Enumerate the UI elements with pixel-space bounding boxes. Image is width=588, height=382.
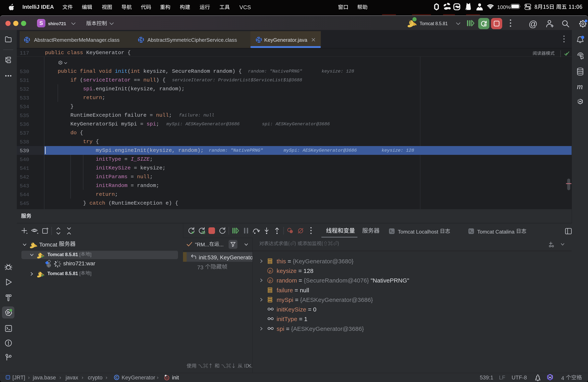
svg-text:C: C: [26, 38, 28, 42]
svg-text:C: C: [115, 376, 118, 379]
svg-text:p: p: [269, 269, 272, 273]
svg-text:m: m: [165, 376, 168, 380]
svg-text:C: C: [140, 38, 142, 42]
svg-text:p: p: [269, 278, 272, 283]
svg-text:C: C: [257, 38, 260, 42]
